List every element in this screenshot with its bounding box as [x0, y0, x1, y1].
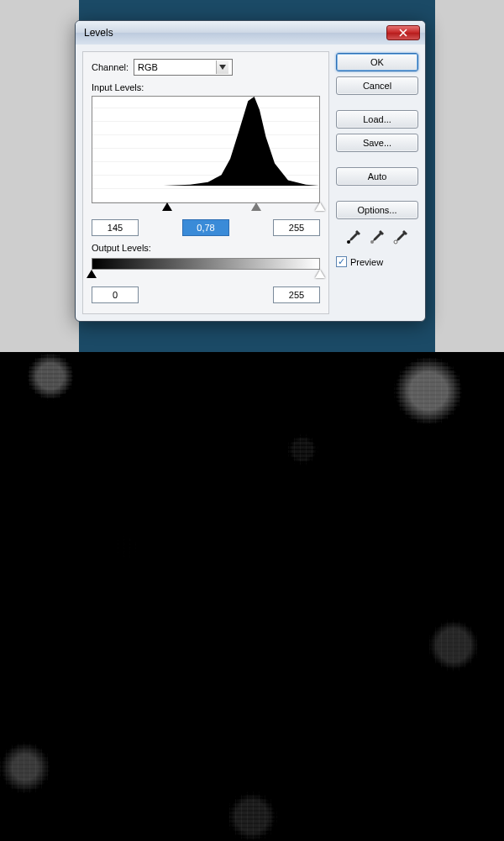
svg-point-2 — [394, 240, 397, 244]
input-levels-label: Input Levels: — [92, 82, 320, 92]
right-column: OK Cancel Load... Save... Auto Options..… — [336, 51, 418, 314]
channel-dropdown[interactable]: RGB — [134, 59, 233, 76]
midtone-eyedropper-icon[interactable] — [370, 229, 385, 244]
output-levels-label: Output Levels: — [92, 243, 320, 253]
output-white-field[interactable]: 255 — [273, 286, 320, 303]
cancel-button[interactable]: Cancel — [336, 76, 418, 95]
input-white-field[interactable]: 255 — [273, 219, 320, 236]
close-icon — [399, 29, 407, 37]
titlebar[interactable]: Levels — [76, 21, 425, 45]
save-button[interactable]: Save... — [336, 134, 418, 152]
input-black-field[interactable]: 145 — [92, 219, 139, 236]
input-white-slider[interactable] — [315, 202, 325, 211]
left-column: Channel: RGB Input Levels: — [82, 51, 329, 314]
output-slider-track[interactable] — [92, 270, 320, 281]
output-gradient — [92, 258, 320, 270]
eyedropper-group — [336, 229, 418, 244]
preview-checkbox[interactable]: ✓ — [336, 256, 347, 267]
grunge-texture — [0, 352, 504, 841]
levels-dialog: Levels Channel: RGB Input Le — [75, 20, 426, 322]
dialog-body: Channel: RGB Input Levels: — [76, 45, 425, 321]
ok-button[interactable]: OK — [336, 53, 418, 71]
output-black-slider[interactable] — [87, 270, 97, 278]
chevron-down-icon — [216, 60, 228, 74]
shadow-eyedropper-icon[interactable] — [346, 229, 361, 244]
auto-button[interactable]: Auto — [336, 167, 418, 186]
input-black-slider[interactable] — [162, 202, 172, 211]
channel-value: RGB — [138, 62, 158, 72]
histogram — [92, 96, 320, 203]
highlight-eyedropper-icon[interactable] — [393, 229, 408, 244]
output-white-slider[interactable] — [315, 270, 325, 278]
output-black-field[interactable]: 0 — [92, 286, 139, 303]
preview-label: Preview — [350, 257, 383, 267]
svg-point-0 — [347, 240, 350, 244]
dialog-title: Levels — [81, 27, 113, 39]
close-button[interactable] — [386, 25, 420, 40]
input-gamma-slider[interactable] — [251, 202, 261, 211]
options-button[interactable]: Options... — [336, 201, 418, 219]
load-button[interactable]: Load... — [336, 110, 418, 129]
input-gamma-field[interactable]: 0,78 — [182, 219, 229, 236]
channel-label: Channel: — [92, 62, 129, 72]
result-image — [0, 352, 504, 841]
histogram-plot — [92, 97, 319, 186]
workspace: Levels Channel: RGB Input Le — [0, 0, 504, 841]
input-slider-track[interactable] — [92, 202, 320, 214]
svg-point-1 — [370, 240, 374, 244]
